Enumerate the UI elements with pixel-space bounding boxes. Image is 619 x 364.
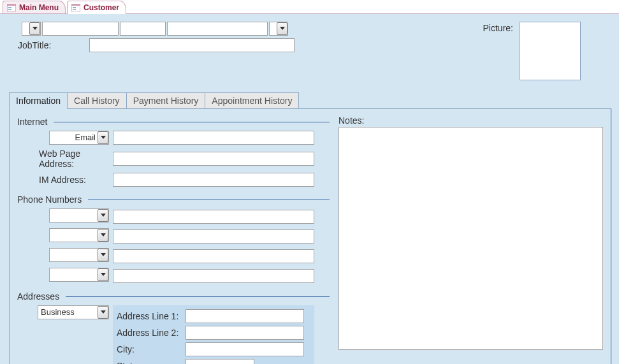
last-name-input[interactable]: [167, 22, 268, 36]
tab-appointment-history[interactable]: Appointment History: [205, 92, 299, 109]
addr-line1-input[interactable]: [186, 309, 304, 323]
addr-line2-label: Address Line 2:: [117, 328, 186, 338]
jobtitle-label: JobTitle:: [18, 40, 51, 50]
divider: [88, 200, 330, 200]
webpage-label: Web Page Address:: [17, 149, 113, 169]
addr-line1-label: Address Line 1:: [117, 311, 186, 321]
phone1-input[interactable]: [113, 210, 314, 224]
detail-tabs: Information Call History Payment History…: [9, 92, 611, 364]
tab-customer[interactable]: Customer: [67, 1, 126, 14]
tab-label: Main Menu: [19, 3, 59, 12]
svg-rect-3: [8, 9, 11, 10]
first-name-input[interactable]: [42, 22, 119, 36]
divider: [66, 296, 330, 297]
object-tabs: Main Menu Customer: [0, 0, 619, 14]
tab-label: Customer: [84, 3, 119, 12]
divider: [54, 122, 330, 122]
email-type-dropdown[interactable]: Email: [49, 131, 109, 145]
tab-call-history[interactable]: Call History: [68, 92, 127, 109]
city-label: City:: [117, 344, 186, 354]
tab-information[interactable]: Information: [9, 92, 68, 109]
chevron-down-icon: [98, 306, 108, 319]
phone3-type-dropdown[interactable]: [49, 248, 109, 262]
chevron-down-icon: [98, 268, 108, 281]
picture-box[interactable]: [520, 22, 581, 80]
suffix-dropdown[interactable]: [269, 22, 288, 36]
address-type-dropdown[interactable]: Business: [38, 305, 109, 319]
addresses-group-label: Addresses: [17, 291, 59, 302]
chevron-down-icon: [98, 209, 108, 222]
phone-group-label: Phone Numbers: [17, 194, 82, 205]
chevron-down-icon: [98, 131, 108, 144]
phone2-input[interactable]: [113, 229, 314, 244]
email-input[interactable]: [113, 131, 314, 145]
chevron-down-icon: [98, 229, 108, 242]
notes-label: Notes:: [339, 115, 603, 126]
im-input[interactable]: [113, 173, 314, 187]
svg-rect-5: [71, 4, 80, 6]
jobtitle-input[interactable]: [89, 38, 295, 52]
city-input[interactable]: [186, 342, 304, 356]
phone3-input[interactable]: [113, 249, 314, 263]
internet-group-label: Internet: [17, 117, 47, 127]
svg-rect-6: [73, 7, 76, 8]
webpage-input[interactable]: [113, 152, 314, 166]
phone2-type-dropdown[interactable]: [49, 228, 109, 242]
addr-line2-input[interactable]: [186, 326, 304, 340]
notes-textarea[interactable]: [339, 127, 603, 350]
phone4-type-dropdown[interactable]: [49, 268, 109, 282]
state-label: State:: [117, 361, 186, 364]
address-panel: Address Line 1: Address Line 2: City:: [113, 305, 314, 364]
svg-rect-1: [7, 4, 16, 6]
chevron-down-icon: [98, 249, 108, 261]
chevron-down-icon: [277, 22, 288, 35]
tab-payment-history[interactable]: Payment History: [127, 92, 206, 109]
svg-rect-7: [73, 9, 76, 10]
picture-label: Picture:: [483, 22, 513, 33]
customer-form: JobTitle: Picture: Information Call Hist…: [0, 14, 619, 364]
title-prefix-dropdown[interactable]: [22, 22, 41, 36]
tab-main-menu[interactable]: Main Menu: [3, 1, 66, 13]
phone1-type-dropdown[interactable]: [49, 208, 109, 222]
chevron-down-icon: [29, 22, 40, 35]
svg-rect-2: [8, 7, 11, 8]
middle-name-input[interactable]: [120, 22, 166, 36]
im-label: IM Address:: [17, 175, 113, 185]
form-icon: [71, 4, 80, 11]
form-icon: [7, 4, 16, 11]
phone4-input[interactable]: [113, 269, 314, 283]
state-input[interactable]: [186, 359, 254, 364]
